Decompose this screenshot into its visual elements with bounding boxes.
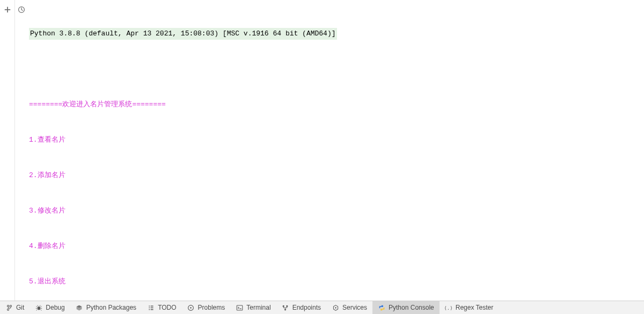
menu-item: 1.查看名片 <box>29 134 642 146</box>
footer-spacer <box>499 301 644 314</box>
regex-icon: (.) <box>445 304 452 311</box>
tool-window-debug[interactable]: Debug <box>30 301 70 314</box>
tool-window-label: Git <box>16 304 24 311</box>
packages-icon <box>76 304 83 311</box>
menu-header: ========欢迎进入名片管理系统======== <box>29 99 642 111</box>
new-console-button[interactable] <box>3 5 12 14</box>
terminal-icon <box>236 304 243 311</box>
svg-point-5 <box>283 305 284 306</box>
menu-item: 2.添加名片 <box>29 170 642 181</box>
git-branch-icon <box>5 304 13 311</box>
tool-window-todo[interactable]: TODO <box>142 301 181 314</box>
tool-window-label: Python Console <box>389 304 434 311</box>
plus-icon <box>4 6 11 13</box>
svg-point-8 <box>335 307 336 308</box>
tool-window-label: Services <box>342 304 367 311</box>
blank-line <box>29 63 642 75</box>
tool-window-bar: Git Debug Python Packages TODO Problems … <box>0 301 644 314</box>
tool-window-label: Python Packages <box>86 304 136 311</box>
bug-icon <box>35 304 42 311</box>
python-console-output[interactable]: Python 3.8.8 (default, Apr 13 2021, 15:0… <box>28 0 644 301</box>
console-toolbar <box>0 0 15 301</box>
services-icon <box>332 304 339 311</box>
python-icon <box>378 304 385 311</box>
tool-window-python-packages[interactable]: Python Packages <box>70 301 142 314</box>
tool-window-label: Terminal <box>246 304 270 311</box>
list-icon <box>147 304 155 311</box>
svg-point-3 <box>190 307 192 309</box>
svg-point-6 <box>286 305 288 306</box>
tool-window-python-console[interactable]: Python Console <box>372 301 440 314</box>
tool-window-git[interactable]: Git <box>0 301 30 314</box>
endpoints-icon <box>282 304 289 311</box>
python-version-line: Python 3.8.8 (default, Apr 13 2021, 15:0… <box>29 28 337 40</box>
svg-rect-4 <box>237 305 243 310</box>
svg-point-7 <box>284 309 286 310</box>
execution-status-column <box>15 0 28 301</box>
tool-window-regex-tester[interactable]: (.) Regex Tester <box>440 301 499 314</box>
tool-window-label: Problems <box>198 304 225 311</box>
problems-icon <box>187 304 195 311</box>
tool-window-label: Endpoints <box>292 304 321 311</box>
tool-window-problems[interactable]: Problems <box>182 301 231 314</box>
menu-item: 3.修改名片 <box>29 205 642 217</box>
tool-window-label: TODO <box>158 304 176 311</box>
svg-text:(.): (.) <box>445 305 452 310</box>
menu-item: 5.退出系统 <box>29 276 642 288</box>
tool-window-endpoints[interactable]: Endpoints <box>276 301 326 314</box>
svg-point-1 <box>38 306 41 310</box>
tool-window-label: Debug <box>46 304 64 311</box>
tool-window-label: Regex Tester <box>456 304 493 311</box>
tool-window-services[interactable]: Services <box>326 301 372 314</box>
clock-icon <box>18 6 25 13</box>
tool-window-terminal[interactable]: Terminal <box>230 301 276 314</box>
menu-item: 4.删除名片 <box>29 240 642 252</box>
